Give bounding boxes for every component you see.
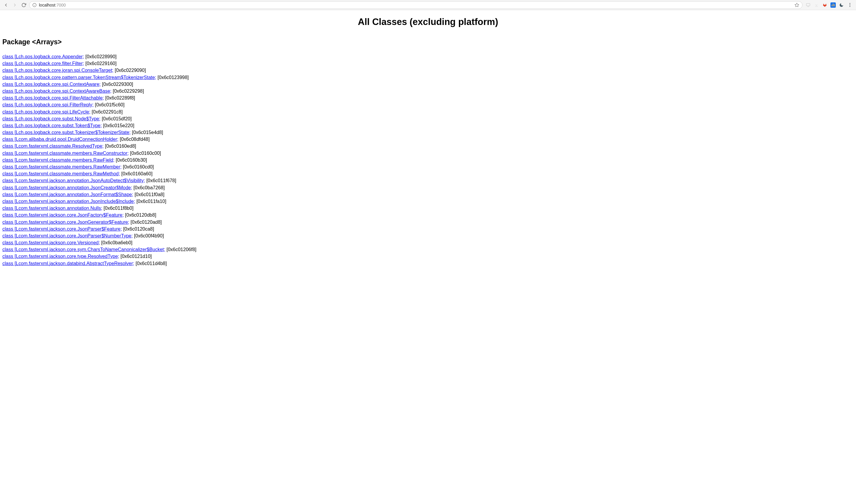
class-link[interactable]: class [Lch.qos.logback.core.filter.Filte… — [2, 61, 84, 66]
class-link[interactable]: class [Lch.qos.logback.core.joran.spi.Co… — [2, 68, 113, 73]
class-link[interactable]: class [Lch.qos.logback.core.spi.ContextA… — [2, 82, 101, 87]
class-link[interactable]: class [Lcom.fasterxml.jackson.annotation… — [2, 206, 102, 211]
extension-gitlab-icon[interactable] — [822, 2, 827, 8]
class-link[interactable]: class [Lcom.fasterxml.jackson.annotation… — [2, 178, 145, 183]
class-row: class [Lch.qos.logback.core.subst.Tokeni… — [2, 129, 854, 136]
class-address: [0x6c01f5c60] — [94, 102, 125, 107]
class-link[interactable]: class [Lcom.fasterxml.classmate.members.… — [2, 151, 129, 156]
class-row: class [Lch.qos.logback.core.spi.ContextA… — [2, 88, 854, 94]
class-link[interactable]: class [Lcom.fasterxml.jackson.databind.A… — [2, 261, 135, 266]
class-list: class [Lch.qos.logback.core.Appender; [0… — [2, 53, 854, 267]
class-address: [0x6c0ba6eb0] — [100, 240, 132, 245]
extension-download-icon[interactable] — [814, 2, 819, 8]
class-link[interactable]: class [Lcom.fasterxml.jackson.core.JsonP… — [2, 227, 122, 232]
cast-icon — [806, 3, 810, 7]
extension-darkmode-icon[interactable] — [839, 2, 844, 8]
extension-cast-icon[interactable] — [805, 2, 811, 8]
class-address: [0x6c011f0a8] — [133, 192, 164, 197]
class-address: [0x6c0160b30] — [114, 158, 147, 163]
class-link[interactable]: class [Lch.qos.logback.core.Appender; — [2, 54, 84, 59]
class-address: [0x6c0229090] — [113, 68, 146, 73]
class-link[interactable]: class [Lcom.fasterxml.jackson.core.sym.C… — [2, 247, 165, 252]
class-address: [0x6c0229298] — [111, 89, 144, 94]
class-link[interactable]: class [Lcom.alibaba.druid.pool.DruidConn… — [2, 137, 118, 142]
class-row: class [Lch.qos.logback.core.spi.ContextA… — [2, 81, 854, 88]
extensions-area — [804, 2, 854, 8]
class-link[interactable]: class [Lch.qos.logback.core.subst.Tokeni… — [2, 130, 130, 135]
class-row: class [Lch.qos.logback.core.filter.Filte… — [2, 60, 854, 67]
class-link[interactable]: class [Lcom.fasterxml.classmate.Resolved… — [2, 144, 104, 149]
url-port: :7000 — [55, 3, 66, 7]
reload-button[interactable] — [20, 1, 27, 8]
class-address: [0x6c00f4b90] — [132, 233, 164, 238]
class-address: [0x6c0160c00] — [129, 151, 161, 156]
class-link[interactable]: class [Lcom.fasterxml.jackson.annotation… — [2, 185, 132, 190]
address-bar[interactable]: localhost:7000 — [29, 1, 802, 9]
class-link[interactable]: class [Lcom.fasterxml.jackson.core.JsonG… — [2, 220, 129, 225]
class-link[interactable]: class [Lch.qos.logback.core.spi.ContextA… — [2, 89, 111, 94]
class-address: [0x6c0160a60] — [120, 171, 153, 176]
svg-rect-4 — [806, 3, 810, 6]
class-address: [0x6c0121d10] — [119, 254, 151, 259]
class-link[interactable]: class [Lch.qos.logback.core.subst.Node$T… — [2, 116, 101, 121]
class-link[interactable]: class [Lch.qos.logback.core.spi.FilterAt… — [2, 95, 104, 101]
class-row: class [Lcom.alibaba.druid.pool.DruidConn… — [2, 136, 854, 143]
class-row: class [Lcom.fasterxml.jackson.core.sym.C… — [2, 246, 854, 253]
class-address: [0x6c0160ed8] — [104, 144, 136, 149]
class-link[interactable]: class [Lcom.fasterxml.classmate.members.… — [2, 164, 122, 169]
class-address: [0x6c01206f8] — [165, 247, 196, 252]
download-icon — [814, 3, 819, 7]
class-row: class [Lcom.fasterxml.jackson.core.JsonP… — [2, 232, 854, 239]
arrow-left-icon — [3, 3, 8, 7]
class-row: class [Lcom.fasterxml.jackson.core.JsonF… — [2, 212, 854, 218]
class-link[interactable]: class [Lcom.fasterxml.jackson.core.JsonP… — [2, 233, 132, 238]
class-row: class [Lcom.fasterxml.jackson.core.JsonG… — [2, 219, 854, 226]
class-address: [0x6c0160cd0] — [122, 164, 154, 169]
arrow-right-icon — [13, 3, 17, 7]
bar-chart-icon — [832, 3, 835, 6]
class-address: [0x6c011d4b8] — [135, 261, 167, 266]
extension-analytics-icon[interactable] — [831, 2, 836, 8]
class-row: class [Lcom.fasterxml.jackson.annotation… — [2, 177, 854, 184]
class-address: [0x6c0120db8] — [124, 213, 156, 217]
reload-icon — [21, 3, 26, 7]
class-row: class [Lch.qos.logback.core.spi.LifeCycl… — [2, 108, 854, 115]
forward-button[interactable] — [11, 1, 18, 8]
class-link[interactable]: class [Lcom.fasterxml.jackson.annotation… — [2, 192, 133, 197]
class-row: class [Lcom.fasterxml.classmate.members.… — [2, 150, 854, 157]
class-row: class [Lcom.fasterxml.classmate.members.… — [2, 157, 854, 163]
star-icon — [795, 3, 799, 7]
class-link[interactable]: class [Lcom.fasterxml.classmate.members.… — [2, 171, 120, 176]
class-link[interactable]: class [Lch.qos.logback.core.spi.FilterRe… — [2, 102, 94, 107]
class-link[interactable]: class [Lch.qos.logback.core.pattern.pars… — [2, 75, 156, 80]
class-row: class [Lcom.fasterxml.classmate.members.… — [2, 170, 854, 177]
class-row: class [Lch.qos.logback.core.Appender; [0… — [2, 53, 854, 60]
class-link[interactable]: class [Lch.qos.logback.core.subst.Token$… — [2, 123, 102, 128]
class-address: [0x6c0229300] — [101, 82, 133, 87]
class-link[interactable]: class [Lch.qos.logback.core.spi.LifeCycl… — [2, 109, 90, 114]
browser-menu-button[interactable] — [847, 3, 853, 7]
class-address: [0x6c015df20] — [101, 116, 132, 121]
class-address: [0x6c0228990] — [84, 54, 117, 59]
bookmark-button[interactable] — [795, 3, 799, 7]
svg-marker-3 — [795, 3, 799, 7]
class-link[interactable]: class [Lcom.fasterxml.classmate.members.… — [2, 158, 114, 163]
page-title: All Classes (excluding platform) — [2, 17, 854, 27]
site-info-icon[interactable] — [32, 3, 37, 7]
class-link[interactable]: class [Lcom.fasterxml.jackson.core.type.… — [2, 254, 119, 259]
class-address: [0x6c0123998] — [156, 75, 189, 80]
class-row: class [Lcom.fasterxml.jackson.annotation… — [2, 191, 854, 198]
class-row: class [Lcom.fasterxml.jackson.annotation… — [2, 205, 854, 212]
class-link[interactable]: class [Lcom.fasterxml.jackson.core.Versi… — [2, 240, 100, 245]
back-button[interactable] — [2, 1, 10, 8]
class-address: [0x6c0ba7268] — [132, 185, 165, 190]
page-content: All Classes (excluding platform) Package… — [0, 10, 856, 273]
class-address: [0x6c0229160] — [84, 61, 117, 66]
class-link[interactable]: class [Lcom.fasterxml.jackson.annotation… — [2, 199, 135, 204]
class-row: class [Lcom.fasterxml.jackson.databind.A… — [2, 260, 854, 267]
class-link[interactable]: class [Lcom.fasterxml.jackson.core.JsonF… — [2, 213, 124, 217]
url-host: localhost — [39, 3, 55, 7]
class-row: class [Lch.qos.logback.core.subst.Node$T… — [2, 115, 854, 122]
class-address: [0x6c011f8b0] — [102, 206, 133, 211]
package-heading: Package <Arrays> — [2, 38, 854, 46]
